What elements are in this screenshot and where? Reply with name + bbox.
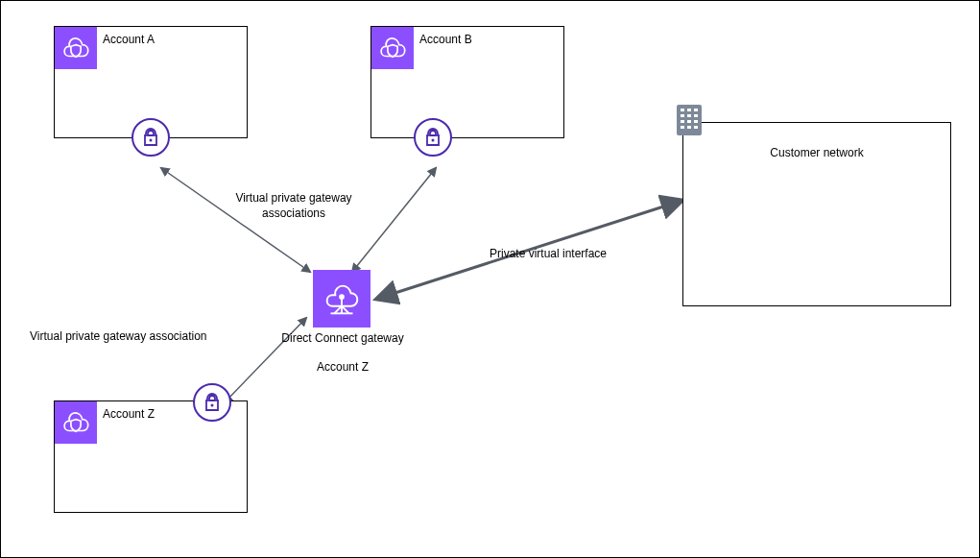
svg-rect-10: [687, 109, 691, 111]
cloud-shield-icon: [60, 32, 92, 64]
svg-point-7: [339, 294, 345, 300]
svg-rect-11: [694, 109, 698, 111]
vpc-icon: [55, 27, 97, 69]
customer-network-box: Customer network: [682, 122, 951, 306]
svg-rect-16: [687, 120, 691, 123]
svg-rect-17: [694, 120, 698, 123]
svg-rect-20: [694, 126, 698, 129]
diagram-frame: Account A Account B Account Z Direct C: [0, 0, 980, 558]
direct-connect-gateway-icon: [313, 270, 370, 328]
account-a-label: Account A: [103, 33, 155, 46]
lock-icon-a: [131, 118, 170, 157]
lock-icon-z: [193, 383, 231, 422]
building-icon: [675, 103, 704, 137]
svg-rect-12: [681, 114, 684, 117]
svg-rect-19: [687, 126, 691, 129]
vpc-icon: [55, 401, 97, 444]
label-vpg-assoc-single: Virtual private gateway association: [30, 329, 241, 345]
gateway-title: Direct Connect gateway: [247, 331, 439, 347]
account-b-box: Account B: [370, 26, 564, 138]
account-z-label: Account Z: [103, 407, 155, 421]
lock-icon-b: [414, 118, 452, 157]
svg-point-0: [150, 139, 153, 142]
vpc-icon: [371, 27, 414, 69]
svg-point-1: [432, 139, 435, 142]
label-vpg-assoc-multi: Virtual private gateway associations: [217, 191, 370, 221]
svg-line-4: [334, 306, 342, 314]
svg-rect-9: [681, 109, 684, 111]
svg-line-5: [342, 306, 349, 314]
svg-rect-15: [681, 120, 684, 123]
gateway-owner: Account Z: [247, 360, 439, 376]
customer-network-label: Customer network: [683, 146, 950, 159]
label-pvi: Private virtual interface: [462, 247, 634, 262]
svg-rect-18: [681, 126, 684, 129]
svg-rect-13: [687, 114, 691, 117]
svg-point-2: [211, 404, 214, 407]
svg-rect-14: [694, 114, 698, 117]
account-b-label: Account B: [419, 33, 472, 46]
